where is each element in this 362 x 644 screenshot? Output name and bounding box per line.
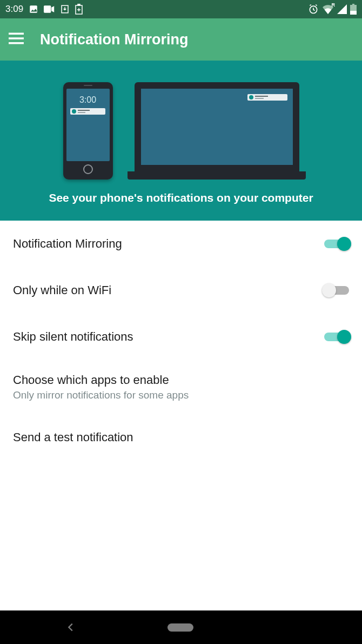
- svg-rect-8: [352, 4, 354, 5]
- status-bar: 3:09 R: [0, 0, 362, 18]
- setting-title: Send a test notification: [13, 430, 349, 444]
- phone-illustration: 3:00: [63, 82, 113, 180]
- video-icon: [44, 5, 55, 13]
- hero-banner: 3:00 See your phone's notifications on: [0, 61, 362, 221]
- hero-graphic: 3:00: [0, 61, 362, 180]
- svg-rect-0: [30, 5, 37, 13]
- switch-skip-silent[interactable]: [324, 333, 349, 341]
- page-title: Notification Mirroring: [40, 31, 188, 48]
- android-nav-bar: [0, 610, 362, 644]
- menu-icon[interactable]: [9, 32, 24, 47]
- setting-send-test[interactable]: Send a test notification: [0, 414, 362, 461]
- setting-title: Notification Mirroring: [13, 237, 324, 251]
- image-icon: [29, 4, 38, 14]
- laptop-notification: [247, 94, 287, 101]
- switch-wifi-only[interactable]: [324, 286, 349, 295]
- settings-list: Notification Mirroring Only while on WiF…: [0, 221, 362, 610]
- back-button[interactable]: [65, 621, 77, 633]
- download-icon: [60, 4, 70, 14]
- svg-rect-11: [9, 42, 24, 44]
- setting-subtitle: Only mirror notifications for some apps: [13, 389, 349, 401]
- setting-title: Choose which apps to enable: [13, 373, 349, 387]
- svg-rect-7: [350, 11, 357, 15]
- laptop-illustration: [135, 82, 299, 180]
- status-clock: 3:09: [5, 4, 23, 15]
- cell-signal-icon: [337, 4, 347, 14]
- setting-skip-silent[interactable]: Skip silent notifications: [0, 314, 362, 360]
- alarm-icon: [308, 4, 319, 15]
- setting-title: Only while on WiFi: [13, 283, 324, 297]
- setting-title: Skip silent notifications: [13, 330, 324, 344]
- phone-clock: 3:00: [79, 95, 96, 105]
- setting-notification-mirroring[interactable]: Notification Mirroring: [0, 221, 362, 267]
- setting-wifi-only[interactable]: Only while on WiFi: [0, 267, 362, 314]
- battery-icon: [350, 4, 357, 15]
- svg-rect-4: [78, 4, 80, 6]
- app-bar: Notification Mirroring: [0, 18, 362, 61]
- svg-rect-1: [44, 5, 51, 12]
- home-button[interactable]: [167, 623, 193, 632]
- switch-notification-mirroring[interactable]: [324, 240, 349, 248]
- setting-choose-apps[interactable]: Choose which apps to enable Only mirror …: [0, 360, 362, 414]
- hero-tagline: See your phone's notifications on your c…: [0, 191, 362, 204]
- wifi-icon: R: [322, 4, 334, 14]
- svg-rect-9: [9, 33, 24, 35]
- battery-saver-icon: [75, 4, 83, 15]
- phone-notification: [70, 108, 106, 115]
- svg-rect-10: [9, 37, 24, 39]
